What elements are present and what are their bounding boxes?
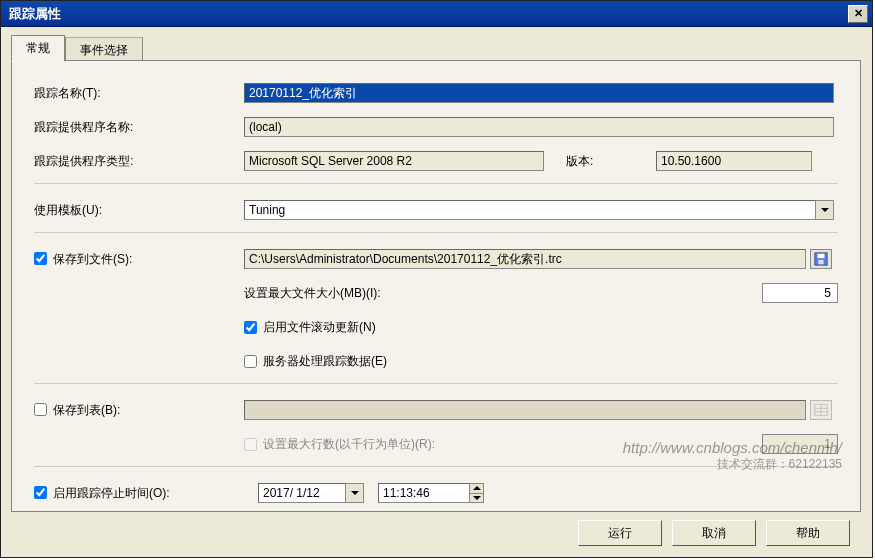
server-processes-checkbox[interactable] [244, 355, 257, 368]
tab-panel-general: 跟踪名称(T): 跟踪提供程序名称: 跟踪提供程序类型: 版本: 使用模板(U)… [11, 60, 861, 512]
table-name-field [244, 400, 806, 420]
stop-time-label: 启用跟踪停止时间(O): [34, 485, 244, 502]
version-field [656, 151, 812, 171]
help-button[interactable]: 帮助 [766, 520, 850, 546]
provider-name-label: 跟踪提供程序名称: [34, 119, 244, 136]
separator [34, 183, 838, 184]
tab-general[interactable]: 常规 [11, 35, 65, 62]
version-label: 版本: [544, 153, 656, 170]
spin-down-button[interactable] [470, 494, 483, 503]
max-rows-label: 设置最大行数(以千行为单位)(R): [263, 436, 623, 453]
stop-time-input[interactable] [378, 483, 470, 503]
enable-rollover-checkbox[interactable] [244, 321, 257, 334]
browse-table-button [810, 400, 832, 420]
window-title: 跟踪属性 [5, 5, 848, 23]
save-to-file-checkbox[interactable] [34, 252, 47, 265]
max-file-size-label: 设置最大文件大小(MB)(I): [244, 285, 622, 302]
separator [34, 466, 838, 467]
stop-date-input[interactable] [258, 483, 346, 503]
max-rows-checkbox [244, 438, 257, 451]
save-to-file-label: 保存到文件(S): [34, 251, 244, 268]
enable-rollover-label: 启用文件滚动更新(N) [263, 319, 376, 336]
run-button[interactable]: 运行 [578, 520, 662, 546]
max-file-size-input[interactable]: 5 [762, 283, 838, 303]
trace-name-label: 跟踪名称(T): [34, 85, 244, 102]
provider-name-field [244, 117, 834, 137]
provider-type-label: 跟踪提供程序类型: [34, 153, 244, 170]
template-select[interactable] [244, 200, 816, 220]
provider-type-field [244, 151, 544, 171]
svg-rect-1 [818, 254, 825, 258]
table-icon [814, 403, 828, 417]
chevron-down-icon [473, 496, 481, 500]
max-rows-input: 1 [762, 434, 838, 454]
dialog-button-bar: 运行 取消 帮助 [11, 512, 862, 550]
save-icon [814, 252, 828, 266]
use-template-label: 使用模板(U): [34, 202, 244, 219]
enable-stop-time-checkbox[interactable] [34, 486, 47, 499]
trace-name-input[interactable] [244, 83, 834, 103]
cancel-button[interactable]: 取消 [672, 520, 756, 546]
svg-rect-2 [818, 260, 823, 264]
tab-strip: 常规 事件选择 [11, 35, 862, 61]
template-dropdown-button[interactable] [816, 200, 834, 220]
separator [34, 383, 838, 384]
browse-file-button[interactable] [810, 249, 832, 269]
server-processes-label: 服务器处理跟踪数据(E) [263, 353, 387, 370]
time-spinner[interactable] [470, 483, 484, 503]
chevron-up-icon [473, 486, 481, 490]
save-to-table-checkbox[interactable] [34, 403, 47, 416]
tab-event-selection[interactable]: 事件选择 [65, 37, 143, 61]
file-path-field [244, 249, 806, 269]
separator [34, 232, 838, 233]
spin-up-button[interactable] [470, 484, 483, 494]
chevron-down-icon [821, 208, 829, 212]
date-picker-button[interactable] [346, 483, 364, 503]
close-button[interactable]: ✕ [848, 5, 868, 23]
save-to-table-label: 保存到表(B): [34, 402, 244, 419]
title-bar: 跟踪属性 ✕ [1, 1, 872, 27]
chevron-down-icon [351, 491, 359, 495]
